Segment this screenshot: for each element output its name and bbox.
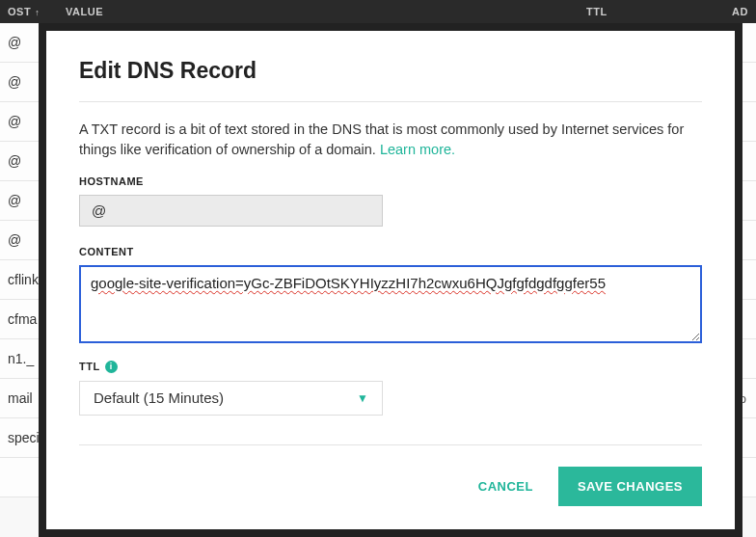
ttl-label-text: TTL — [79, 361, 100, 372]
modal-title: Edit DNS Record — [79, 58, 702, 84]
learn-more-link[interactable]: Learn more. — [380, 142, 455, 157]
sort-ascending-icon: ↑ — [35, 8, 40, 17]
ttl-select[interactable]: Default (15 Minutes) ▼ — [79, 381, 383, 416]
chevron-down-icon: ▼ — [357, 391, 368, 405]
content-textarea[interactable] — [79, 265, 702, 343]
modal-footer: CANCEL SAVE CHANGES — [79, 467, 702, 506]
hostname-label: HOSTNAME — [79, 175, 702, 187]
ttl-selected-value: Default (15 Minutes) — [94, 389, 224, 406]
ttl-label: TTL i — [79, 361, 702, 373]
table-header: OST↑ VALUE TTL AD — [0, 0, 756, 23]
column-header-ad[interactable]: AD — [702, 6, 748, 17]
divider — [79, 444, 702, 445]
column-host-label: OST — [8, 6, 31, 17]
hostname-input[interactable] — [79, 195, 383, 227]
column-header-ttl[interactable]: TTL — [586, 6, 702, 17]
modal-backdrop: Edit DNS Record A TXT record is a bit of… — [39, 23, 742, 537]
info-icon[interactable]: i — [105, 361, 118, 373]
modal-description: A TXT record is a bit of text stored in … — [79, 120, 702, 160]
content-label: CONTENT — [79, 246, 702, 257]
column-header-host[interactable]: OST↑ — [8, 6, 66, 17]
edit-dns-record-modal: Edit DNS Record A TXT record is a bit of… — [46, 31, 735, 529]
column-header-value[interactable]: VALUE — [66, 6, 586, 17]
cancel-button[interactable]: CANCEL — [472, 470, 539, 503]
save-changes-button[interactable]: SAVE CHANGES — [558, 467, 702, 506]
divider — [79, 101, 702, 102]
